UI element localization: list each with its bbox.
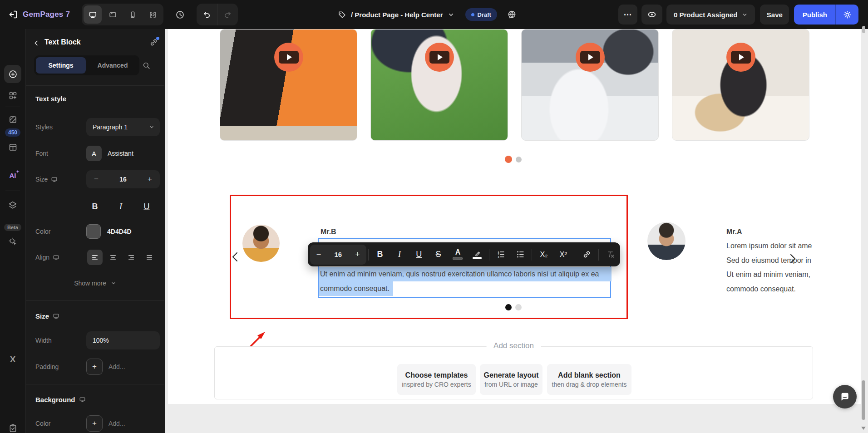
- size-increase-button[interactable]: +: [140, 175, 160, 184]
- play-button-icon[interactable]: [425, 43, 454, 72]
- tab-advanced[interactable]: Advanced: [86, 62, 139, 69]
- back-button[interactable]: [32, 39, 40, 47]
- show-more-button[interactable]: Show more: [74, 280, 116, 287]
- interaction-tool-button[interactable]: [0, 237, 25, 246]
- mobile-view-button[interactable]: [123, 5, 142, 24]
- align-center-button[interactable]: [105, 250, 121, 265]
- color-swatch[interactable]: [86, 224, 101, 239]
- underline-button[interactable]: U: [140, 202, 153, 212]
- testimonial-name[interactable]: Mr.B: [321, 228, 336, 236]
- chevron-down-icon[interactable]: [448, 11, 454, 18]
- highlight-button[interactable]: [468, 245, 487, 265]
- align-justify-button[interactable]: [142, 250, 157, 265]
- avatar-mr-b[interactable]: [242, 225, 280, 262]
- product-assigned-label: 0 Product Assigned: [674, 11, 737, 19]
- tablet-view-button[interactable]: [104, 5, 122, 24]
- scrollbar-thumb[interactable]: [862, 380, 865, 420]
- more-options-button[interactable]: ⋯: [618, 5, 637, 25]
- redo-button[interactable]: [217, 4, 238, 25]
- templates-library-button[interactable]: [0, 91, 25, 100]
- play-button-icon[interactable]: [576, 43, 605, 72]
- scrollbar-down-arrow[interactable]: [861, 427, 866, 430]
- ai-assistant-button[interactable]: AI: [0, 172, 25, 179]
- add-blank-section-button[interactable]: Add blank section then drag & drop eleme…: [547, 364, 631, 395]
- carousel-dot[interactable]: [515, 304, 522, 310]
- breadcrumb[interactable]: / Product Page - Help Center: [351, 11, 443, 19]
- styles-select[interactable]: Paragraph 1: [86, 118, 160, 136]
- plus-icon[interactable]: +: [86, 359, 103, 375]
- color-picker[interactable]: 4D4D4D: [86, 222, 160, 241]
- size-decrease-button[interactable]: −: [86, 175, 106, 184]
- align-left-button[interactable]: [87, 250, 103, 265]
- save-button[interactable]: Save: [760, 5, 789, 25]
- italic-button[interactable]: I: [390, 245, 409, 265]
- strikethrough-button[interactable]: S: [429, 245, 448, 265]
- theme-sections-button[interactable]: [0, 143, 25, 152]
- generate-layout-button[interactable]: Generate layout from URL or image: [480, 364, 542, 395]
- size-value[interactable]: 16: [119, 176, 127, 183]
- underline-button[interactable]: U: [409, 245, 429, 265]
- pages-button[interactable]: [0, 115, 25, 124]
- carousel-prev-arrow[interactable]: [230, 251, 241, 263]
- bullet-list-button[interactable]: [511, 245, 530, 265]
- play-button-icon[interactable]: [726, 43, 755, 72]
- publish-button[interactable]: Publish: [794, 5, 835, 25]
- x-social-button[interactable]: X: [0, 354, 25, 364]
- plus-icon[interactable]: +: [86, 415, 103, 432]
- search-icon[interactable]: [142, 61, 151, 70]
- testimonial-text-line[interactable]: Lorem ipsum dolor sit ame: [726, 239, 812, 253]
- preview-button[interactable]: [641, 5, 662, 25]
- changelog-button[interactable]: [0, 423, 25, 433]
- video-card-1[interactable]: [220, 29, 357, 141]
- chat-bubble-icon: [839, 391, 851, 403]
- width-input[interactable]: 100%: [86, 331, 160, 349]
- tab-settings[interactable]: Settings: [36, 57, 86, 74]
- responsive-view-button[interactable]: [143, 5, 162, 24]
- superscript-button[interactable]: X²: [553, 245, 573, 265]
- text-color-button[interactable]: A: [448, 245, 468, 265]
- background-color-add-control[interactable]: + Add...: [86, 414, 160, 433]
- globe-icon[interactable]: [507, 10, 517, 20]
- exit-editor-icon[interactable]: [8, 10, 18, 20]
- font-size-increase-button[interactable]: +: [349, 250, 366, 259]
- scrollbar-top-piece[interactable]: [862, 26, 865, 33]
- history-icon[interactable]: [175, 10, 185, 20]
- subscript-button[interactable]: X₂: [534, 245, 553, 265]
- add-element-button[interactable]: [0, 65, 25, 83]
- carousel-next-arrow[interactable]: [787, 253, 798, 265]
- font-size-value[interactable]: 16: [334, 251, 342, 258]
- live-chat-button[interactable]: [833, 385, 857, 408]
- font-select[interactable]: A Assistant: [86, 144, 160, 162]
- insert-link-button[interactable]: [577, 245, 597, 265]
- testimonial-name[interactable]: Mr.A: [726, 228, 742, 236]
- carousel-dot[interactable]: [516, 157, 522, 162]
- desktop-view-button[interactable]: [84, 5, 102, 24]
- testimonial-text-line[interactable]: Ut enim ad minim veniam,: [726, 267, 810, 282]
- testimonial-text-line[interactable]: commodo consequat.: [726, 282, 796, 296]
- layers-button[interactable]: [0, 200, 25, 210]
- choose-templates-button[interactable]: Choose templates inspired by CRO experts: [397, 364, 476, 395]
- font-size-decrease-button[interactable]: −: [310, 250, 327, 259]
- undo-button[interactable]: [197, 4, 217, 25]
- testimonial-text-line[interactable]: Sed do eiusmod tempor in: [726, 253, 811, 268]
- bold-button[interactable]: B: [88, 202, 102, 212]
- video-card-2[interactable]: [370, 29, 508, 141]
- selected-text-line[interactable]: commodo consequat.: [319, 281, 393, 296]
- align-right-button[interactable]: [123, 250, 139, 265]
- carousel-dot-active[interactable]: [505, 156, 512, 163]
- divider: [368, 249, 369, 261]
- italic-button[interactable]: I: [114, 202, 128, 212]
- copy-style-link-icon[interactable]: [149, 38, 158, 47]
- avatar-mr-a[interactable]: [647, 222, 686, 260]
- carousel-dot-active[interactable]: [505, 304, 512, 310]
- clear-format-button[interactable]: [601, 245, 620, 265]
- product-assigned-button[interactable]: 0 Product Assigned: [666, 5, 755, 25]
- video-card-4[interactable]: [672, 29, 809, 141]
- play-button-icon[interactable]: [274, 43, 303, 72]
- bold-button[interactable]: B: [370, 245, 390, 265]
- publish-settings-gear-icon[interactable]: [835, 5, 858, 25]
- video-card-3[interactable]: [521, 29, 659, 141]
- selected-text-line[interactable]: Ut enim ad minim veniam, quis nostrud ex…: [319, 267, 612, 281]
- padding-add-control[interactable]: + Add...: [86, 358, 160, 376]
- ordered-list-button[interactable]: 123: [491, 245, 511, 265]
